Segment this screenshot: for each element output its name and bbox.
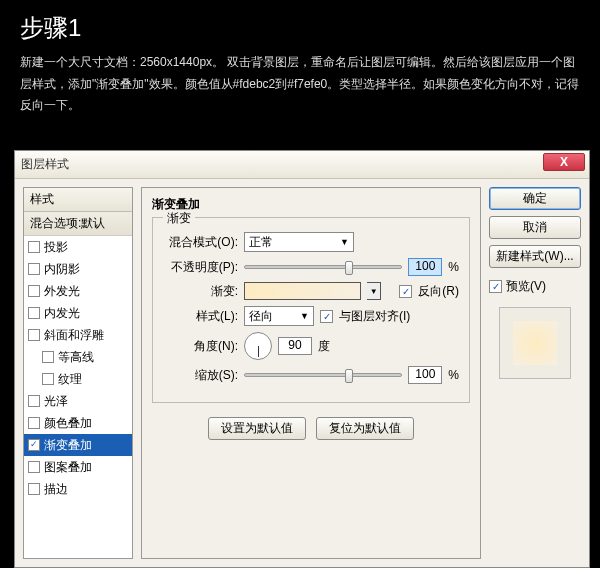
style-item-7[interactable]: 光泽 [24, 390, 132, 412]
style-label: 样式(L): [163, 308, 238, 325]
percent-label: % [448, 260, 459, 274]
style-checkbox[interactable] [28, 439, 40, 451]
reset-default-button[interactable]: 复位为默认值 [316, 417, 414, 440]
style-checkbox[interactable] [28, 329, 40, 341]
preview-swatch [499, 307, 571, 379]
style-checkbox[interactable] [28, 461, 40, 473]
cancel-button[interactable]: 取消 [489, 216, 581, 239]
dialog-right-panel: 确定 取消 新建样式(W)... 预览(V) [489, 187, 581, 559]
style-checkbox[interactable] [28, 307, 40, 319]
style-item-label: 描边 [44, 480, 68, 498]
style-item-0[interactable]: 投影 [24, 236, 132, 258]
fieldset-legend: 渐变 [163, 210, 195, 227]
chevron-down-icon: ▼ [340, 237, 349, 247]
style-checkbox[interactable] [28, 417, 40, 429]
styles-header[interactable]: 样式 [24, 188, 132, 212]
style-checkbox[interactable] [28, 395, 40, 407]
style-item-label: 光泽 [44, 392, 68, 410]
style-item-8[interactable]: 颜色叠加 [24, 412, 132, 434]
gradient-preview[interactable] [244, 282, 361, 300]
align-checkbox[interactable] [320, 310, 333, 323]
set-default-button[interactable]: 设置为默认值 [208, 417, 306, 440]
style-item-label: 图案叠加 [44, 458, 92, 476]
ok-button[interactable]: 确定 [489, 187, 581, 210]
new-style-button[interactable]: 新建样式(W)... [489, 245, 581, 268]
gradient-overlay-panel: 渐变叠加 渐变 混合模式(O): 正常▼ 不透明度(P): 100 % 渐变: [141, 187, 481, 559]
step-title: 步骤1 [20, 12, 580, 44]
gradient-dropdown[interactable]: ▼ [367, 282, 381, 300]
preview-swatch-inner [513, 321, 557, 365]
style-item-label: 投影 [44, 238, 68, 256]
style-item-1[interactable]: 内阴影 [24, 258, 132, 280]
percent-label: % [448, 368, 459, 382]
preview-checkbox[interactable] [489, 280, 502, 293]
style-item-label: 内阴影 [44, 260, 80, 278]
scale-input[interactable]: 100 [408, 366, 442, 384]
angle-input[interactable]: 90 [278, 337, 312, 355]
step-description: 新建一个大尺寸文档：2560x1440px。 双击背景图层，重命名后让图层可编辑… [20, 52, 580, 117]
panel-title: 渐变叠加 [152, 196, 470, 213]
reverse-checkbox[interactable] [399, 285, 412, 298]
align-label: 与图层对齐(I) [339, 308, 410, 325]
opacity-label: 不透明度(P): [163, 259, 238, 276]
style-item-label: 纹理 [58, 370, 82, 388]
style-item-5[interactable]: 等高线 [24, 346, 132, 368]
style-item-label: 渐变叠加 [44, 436, 92, 454]
angle-label: 角度(N): [163, 338, 238, 355]
style-checkbox[interactable] [28, 285, 40, 297]
blend-mode-label: 混合模式(O): [163, 234, 238, 251]
angle-dial[interactable] [244, 332, 272, 360]
style-item-2[interactable]: 外发光 [24, 280, 132, 302]
degree-label: 度 [318, 338, 330, 355]
reverse-label: 反向(R) [418, 283, 459, 300]
gradient-label: 渐变: [163, 283, 238, 300]
style-item-label: 内发光 [44, 304, 80, 322]
style-checkbox[interactable] [28, 263, 40, 275]
scale-slider[interactable] [244, 373, 402, 377]
style-item-11[interactable]: 描边 [24, 478, 132, 500]
style-item-3[interactable]: 内发光 [24, 302, 132, 324]
style-item-9[interactable]: 渐变叠加 [24, 434, 132, 456]
styles-panel: 样式 混合选项:默认 投影内阴影外发光内发光斜面和浮雕等高线纹理光泽颜色叠加渐变… [23, 187, 133, 559]
style-item-6[interactable]: 纹理 [24, 368, 132, 390]
close-button[interactable]: X [543, 153, 585, 171]
layer-style-dialog: 图层样式 X 样式 混合选项:默认 投影内阴影外发光内发光斜面和浮雕等高线纹理光… [14, 150, 590, 568]
style-item-label: 斜面和浮雕 [44, 326, 104, 344]
style-item-4[interactable]: 斜面和浮雕 [24, 324, 132, 346]
style-item-label: 外发光 [44, 282, 80, 300]
opacity-slider[interactable] [244, 265, 402, 269]
dialog-title: 图层样式 [21, 156, 69, 173]
opacity-input[interactable]: 100 [408, 258, 442, 276]
style-item-10[interactable]: 图案叠加 [24, 456, 132, 478]
preview-label: 预览(V) [506, 278, 546, 295]
style-checkbox[interactable] [42, 373, 54, 385]
blend-options-item[interactable]: 混合选项:默认 [24, 212, 132, 236]
style-checkbox[interactable] [42, 351, 54, 363]
style-item-label: 等高线 [58, 348, 94, 366]
style-item-label: 颜色叠加 [44, 414, 92, 432]
style-select[interactable]: 径向▼ [244, 306, 314, 326]
dialog-titlebar[interactable]: 图层样式 X [15, 151, 589, 179]
scale-label: 缩放(S): [163, 367, 238, 384]
gradient-fieldset: 渐变 混合模式(O): 正常▼ 不透明度(P): 100 % 渐变: ▼ [152, 217, 470, 403]
style-checkbox[interactable] [28, 241, 40, 253]
chevron-down-icon: ▼ [300, 311, 309, 321]
style-checkbox[interactable] [28, 483, 40, 495]
blend-mode-select[interactable]: 正常▼ [244, 232, 354, 252]
